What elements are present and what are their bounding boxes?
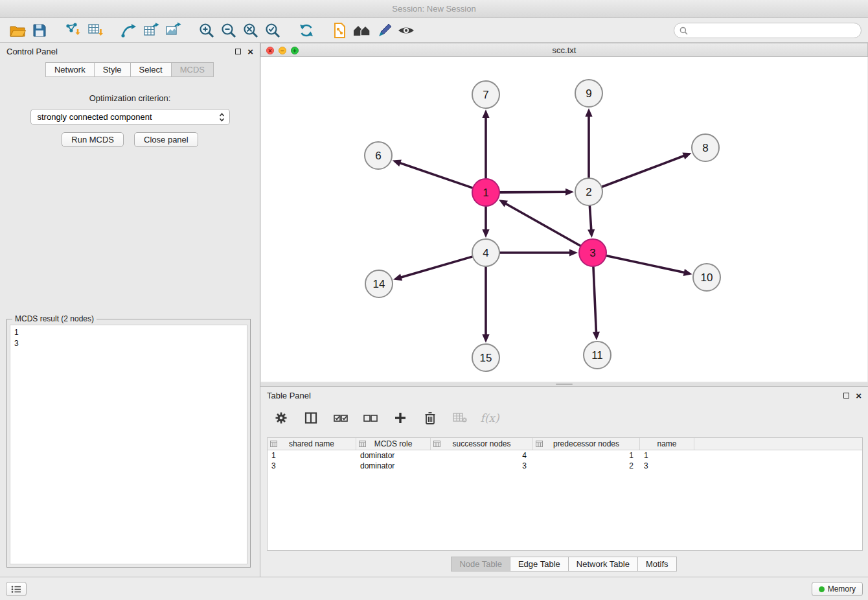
zoom-selected-icon [264,22,281,39]
tab-style[interactable]: Style [94,62,131,77]
export-image-button[interactable] [162,21,184,40]
mcds-result-line: 1 [14,327,243,338]
graph-edge-3-10[interactable] [607,256,687,273]
open-folder-icon [9,23,26,38]
network-window-titlebar[interactable]: × − + scc.txt [260,43,868,57]
graph-node-15[interactable]: 15 [472,344,499,371]
zoom-out-button[interactable] [218,21,240,40]
tab-network[interactable]: Network [45,62,95,77]
cell-name[interactable]: 3 [640,461,694,471]
style-button[interactable] [373,21,395,40]
network-document-button[interactable] [329,21,351,40]
maximize-window-icon[interactable]: + [291,47,299,54]
save-session-button[interactable] [29,21,51,40]
graph-node-3[interactable]: 3 [579,239,606,266]
open-session-button[interactable] [6,21,29,40]
graph-node-2[interactable]: 2 [575,178,602,205]
paint-brush-icon [376,22,393,39]
close-table-panel-icon[interactable]: × [856,391,862,400]
float-panel-icon[interactable] [235,49,241,54]
import-table-button[interactable] [84,21,106,40]
delete-table-button[interactable] [448,408,472,428]
tab-network-table[interactable]: Network Table [568,557,638,571]
graph-node-1[interactable]: 1 [472,179,499,206]
search-input[interactable] [691,26,856,35]
memory-button[interactable]: Memory [812,582,863,596]
criterion-dropdown[interactable]: strongly connected component [30,109,230,125]
table-row[interactable]: 3 dominator 3 2 3 [268,461,862,471]
tab-select[interactable]: Select [130,62,172,77]
graph-node-label: 8 [702,142,708,154]
search-icon [680,27,688,35]
new-network-button[interactable] [118,21,140,40]
graph-edge-1-6[interactable] [398,162,472,187]
task-list-icon [11,585,21,594]
graph-edge-3-11[interactable] [593,267,597,334]
graph-edge-2-3[interactable] [589,206,591,232]
minimize-window-icon[interactable]: − [279,47,286,54]
graph-node-7[interactable]: 7 [472,81,499,108]
graph-node-9[interactable]: 9 [575,80,602,107]
plus-icon [394,411,407,424]
close-window-icon[interactable]: × [266,47,274,54]
tab-motifs[interactable]: Motifs [637,557,677,571]
task-history-button[interactable] [6,582,27,596]
tab-edge-table[interactable]: Edge Table [510,557,569,571]
function-builder-button[interactable]: f(x) [478,408,501,428]
cell-successor-nodes[interactable]: 4 [431,450,533,461]
tab-node-table[interactable]: Node Table [451,557,510,571]
float-table-panel-icon[interactable] [843,393,849,398]
close-panel-icon[interactable]: × [247,47,253,56]
cell-shared-name[interactable]: 3 [268,461,356,471]
close-panel-button[interactable]: Close panel [134,132,198,147]
graph-node-11[interactable]: 11 [584,341,611,369]
table-row[interactable]: 1 dominator 4 1 1 [268,450,862,461]
cell-predecessor-nodes[interactable]: 1 [533,450,640,461]
column-header-mcds-role[interactable]: MCDS role [356,438,431,450]
apply-layout-button[interactable] [295,21,317,40]
delete-column-button[interactable] [418,408,442,428]
graph-edge-3-1[interactable] [504,203,580,246]
select-all-columns-button[interactable] [329,408,352,428]
graph-node-14[interactable]: 14 [365,270,393,297]
run-mcds-button[interactable]: Run MCDS [62,132,124,147]
titlebar[interactable]: Session: New Session [0,0,868,18]
graph-node-10[interactable]: 10 [693,264,720,291]
network-canvas[interactable]: 7968124314101511 [261,57,867,382]
zoom-selected-button[interactable] [262,21,284,40]
graph-node-4[interactable]: 4 [472,239,499,266]
graph-edge-2-8[interactable] [602,155,686,187]
zoom-fit-button[interactable] [240,21,262,40]
import-table-icon [87,22,104,39]
deselect-all-columns-button[interactable] [359,408,382,428]
column-header-successor-nodes[interactable]: successor nodes [431,438,533,450]
graph-edge-arrow-2-9 [585,108,592,117]
column-header-predecessor-nodes[interactable]: predecessor nodes [533,438,640,450]
cell-name[interactable]: 1 [640,450,694,461]
cell-predecessor-nodes[interactable]: 2 [533,461,640,471]
network-window-title: scc.txt [553,45,577,55]
graph-edge-4-14[interactable] [399,257,472,278]
cell-shared-name[interactable]: 1 [268,450,356,461]
show-hide-button[interactable] [395,21,417,40]
cell-successor-nodes[interactable]: 3 [431,461,533,471]
import-network-button[interactable] [62,21,84,40]
table-panel: Table Panel × [260,386,868,577]
graph-edge-arrow-2-8 [682,152,691,159]
column-header-name[interactable]: name [640,438,694,450]
add-column-button[interactable] [389,408,412,428]
cell-mcds-role[interactable]: dominator [356,461,431,471]
tab-mcds[interactable]: MCDS [171,62,214,77]
graph-node-label: 3 [589,247,595,259]
graph-node-8[interactable]: 8 [692,134,719,161]
table-settings-button[interactable] [269,408,293,428]
cell-mcds-role[interactable]: dominator [356,450,431,461]
graph-node-6[interactable]: 6 [365,142,392,169]
zoom-in-button[interactable] [196,21,218,40]
column-header-shared-name[interactable]: shared name [268,438,356,450]
show-columns-button[interactable] [299,408,323,428]
home-button[interactable] [351,21,373,40]
graph-edge-1-2[interactable] [500,192,568,192]
export-table-button[interactable] [140,21,162,40]
mcds-result-list[interactable]: 1 3 [10,325,247,564]
